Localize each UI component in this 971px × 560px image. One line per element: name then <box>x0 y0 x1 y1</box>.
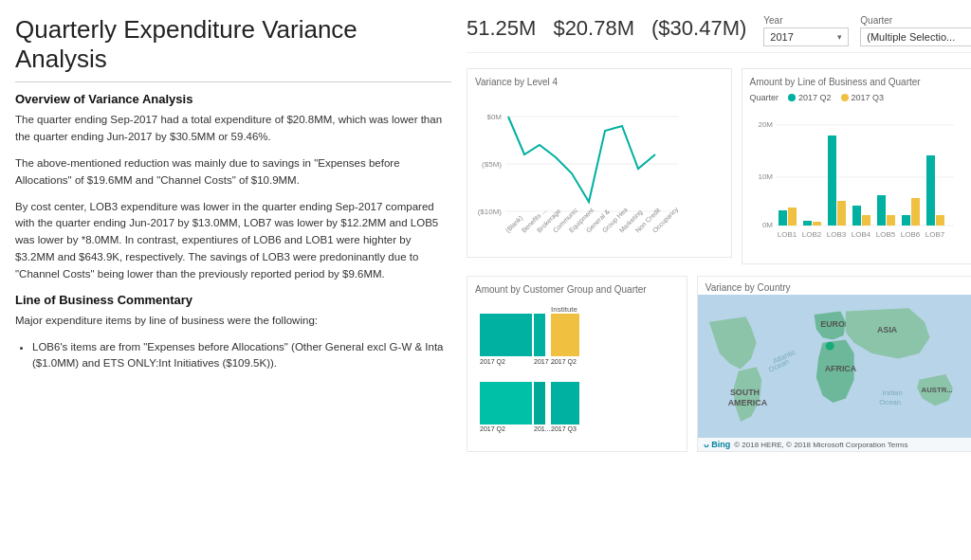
svg-text:AFRICA: AFRICA <box>824 364 856 373</box>
svg-text:Retail: Retail <box>480 373 501 382</box>
svg-text:LOB5: LOB5 <box>875 230 895 239</box>
bar-lob1-q3 <box>788 208 797 226</box>
legend-q3-label: 2017 Q3 <box>852 93 885 102</box>
legend-q3: 2017 Q3 <box>841 93 885 102</box>
svg-text:0M: 0M <box>761 221 772 229</box>
bar-lob4-q3 <box>862 215 870 226</box>
filters-row: Year 2017 ▾ Quarter (Multiple Selectio..… <box>763 15 971 46</box>
bullet-item-1: LOB6's items are from "Expenses before A… <box>32 339 451 373</box>
customer-chart-svg: Brokerage Institute 2017 Q2 2017 ... 201… <box>475 300 655 441</box>
bar-lob3-q3 <box>837 201 846 226</box>
map-chart-title: Variance by Country <box>698 277 971 295</box>
bar-chart-title: Amount by Line of Business and Quarter <box>750 77 971 87</box>
lob-intro: Major expenditure items by line of busin… <box>15 313 451 330</box>
svg-text:($5M): ($5M) <box>482 160 502 169</box>
bullet-list: LOB6's items are from "Expenses before A… <box>15 339 451 373</box>
legend-q2-label: 2017 Q2 <box>798 93 832 102</box>
year-dropdown[interactable]: 2017 ▾ <box>763 27 849 46</box>
metric-2: $20.78M <box>553 16 634 41</box>
bar-lob7-q2 <box>926 155 935 226</box>
right-panel: 51.25M $20.78M ($30.47M) Year 2017 ▾ <box>467 15 971 545</box>
year-filter: Year 2017 ▾ <box>763 15 849 46</box>
metric-value-2: $20.78M <box>553 16 634 41</box>
svg-text:2017 Q2: 2017 Q2 <box>480 425 505 433</box>
svg-text:Indian: Indian <box>882 388 902 397</box>
metric-1: 51.25M <box>467 16 536 41</box>
quarter-filter: Quarter (Multiple Selectio... ▾ <box>860 15 971 46</box>
quarter-filter-label: Quarter <box>860 15 971 26</box>
map-chart: Variance by Country SOUTH AMERICA <box>697 276 971 452</box>
lob-heading: Line of Business Commentary <box>15 293 451 307</box>
customer-chart-title: Amount by Customer Group and Quarter <box>475 284 679 295</box>
retail-q3a-bar <box>534 382 545 425</box>
legend-q2-dot <box>788 94 796 101</box>
brokerage-q3a-bar <box>534 314 545 356</box>
legend-label-text: Quarter <box>750 93 779 102</box>
svg-text:10M: 10M <box>758 172 773 181</box>
metric-value-1: 51.25M <box>467 16 536 41</box>
bar-chart-svg: 20M 10M 0M <box>750 106 959 253</box>
svg-text:Institute: Institute <box>551 305 578 314</box>
svg-text:2017 Q2: 2017 Q2 <box>551 358 577 366</box>
highlighted-country <box>825 342 834 351</box>
metric-value-3: ($30.47M) <box>651 16 746 41</box>
bing-logo: ᴗ Bing <box>704 440 731 449</box>
bar-lob3-q2 <box>828 135 836 226</box>
quarter-value: (Multiple Selectio... <box>867 31 955 43</box>
svg-text:LOB2: LOB2 <box>801 230 821 239</box>
bar-lob6-q2 <box>902 215 910 226</box>
svg-text:ASIA: ASIA <box>877 325 898 334</box>
metric-3: ($30.47M) <box>651 16 746 41</box>
svg-text:LOB6: LOB6 <box>900 230 920 239</box>
variance-line-svg: $0M ($5M) ($10M) (Blank) Benefits ... Br… <box>475 93 684 240</box>
bar-lob2-q3 <box>813 222 821 226</box>
map-copyright: © 2018 HERE, © 2018 Microsoft Corporatio… <box>734 441 907 449</box>
institute-q2-bar <box>551 314 579 356</box>
para1: The quarter ending Sep-2017 had a total … <box>15 112 451 146</box>
svg-text:$0M: $0M <box>486 113 502 121</box>
year-value: 2017 <box>770 31 793 43</box>
bar-lob6-q3 <box>911 198 920 226</box>
para2: The above-mentioned reduction was mainly… <box>15 155 451 190</box>
map-footer: ᴗ Bing © 2018 HERE, © 2018 Microsoft Cor… <box>698 438 971 451</box>
svg-text:LOB3: LOB3 <box>826 230 846 239</box>
charts-bottom: Amount by Customer Group and Quarter Bro… <box>467 276 971 452</box>
bar-chart: Amount by Line of Business and Quarter Q… <box>742 68 971 264</box>
para3: By cost center, LOB3 expenditure was low… <box>15 199 451 283</box>
header-area: 51.25M $20.78M ($30.47M) Year 2017 ▾ <box>467 15 971 53</box>
page-title: Quarterly Expenditure Variance Analysis <box>15 15 451 82</box>
svg-text:SOUTH: SOUTH <box>730 388 760 397</box>
map-container: Variance by Country SOUTH AMERICA <box>698 277 971 451</box>
svg-text:LOB4: LOB4 <box>851 230 870 239</box>
svg-text:AUSTR...: AUSTR... <box>921 386 952 394</box>
bar-lob2-q2 <box>803 221 812 226</box>
svg-text:AMERICA: AMERICA <box>727 398 767 407</box>
charts-top: Variance by Level 4 $0M ($5M) ($10M) (Bl… <box>467 68 971 264</box>
bar-lob4-q2 <box>852 206 861 226</box>
svg-text:($10M): ($10M) <box>478 208 503 216</box>
legend-q3-dot <box>841 94 849 101</box>
retail-q2-bar <box>480 382 532 425</box>
quarter-dropdown[interactable]: (Multiple Selectio... ▾ <box>860 27 971 46</box>
bar-chart-legend: Quarter 2017 Q2 2017 Q3 <box>750 93 971 102</box>
bar-lob5-q3 <box>887 215 895 226</box>
variance-chart-title: Variance by Level 4 <box>475 77 724 87</box>
svg-text:LOB1: LOB1 <box>777 230 797 239</box>
overview-heading: Overview of Variance Analysis <box>15 92 451 106</box>
world-map-svg: SOUTH AMERICA EUROPE AFRICA ASIA <box>698 296 971 451</box>
svg-text:Brokerage: Brokerage <box>480 305 518 314</box>
bar-lob1-q2 <box>779 210 787 226</box>
legend-quarter-label: Quarter <box>750 93 779 102</box>
legend-q2: 2017 Q2 <box>788 93 832 102</box>
customer-chart: Amount by Customer Group and Quarter Bro… <box>467 276 687 452</box>
metrics-row: 51.25M $20.78M ($30.47M) <box>467 16 763 41</box>
bar-lob7-q3 <box>936 215 944 226</box>
bar-lob5-q2 <box>877 195 886 226</box>
retail-q3b-bar <box>551 382 579 425</box>
svg-text:Ocean: Ocean <box>879 398 901 406</box>
svg-text:2017 Q3: 2017 Q3 <box>551 425 577 433</box>
year-dropdown-arrow: ▾ <box>837 32 842 42</box>
svg-text:201...: 201... <box>534 425 551 432</box>
map-svg-area: SOUTH AMERICA EUROPE AFRICA ASIA <box>698 296 971 451</box>
left-panel: Quarterly Expenditure Variance Analysis … <box>15 15 451 545</box>
